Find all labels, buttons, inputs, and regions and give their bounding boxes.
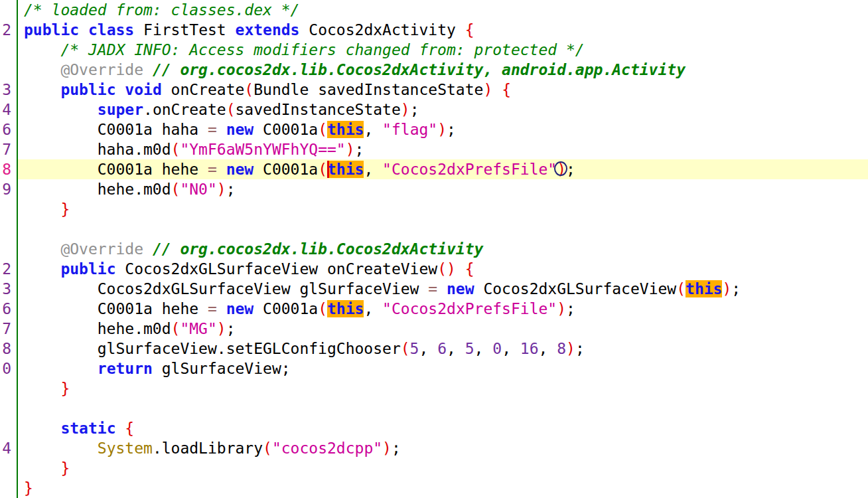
- code-token: [143, 240, 153, 258]
- code-token: ;: [355, 141, 364, 158]
- code-text[interactable]: @Override // org.cocos2dx.lib.Cocos2dxAc…: [18, 60, 868, 80]
- code-text[interactable]: super.onCreate(savedInstanceState);: [18, 100, 868, 120]
- code-editor[interactable]: /* loaded from: classes.dex */2public cl…: [0, 0, 868, 498]
- code-token: (: [318, 300, 327, 317]
- code-token: .loadLibrary: [153, 440, 263, 457]
- code-line[interactable]: 4 System.loadLibrary("cocos2dcpp");: [0, 438, 868, 458]
- code-token: [217, 121, 226, 138]
- code-text[interactable]: System.loadLibrary("cocos2dcpp");: [18, 438, 868, 458]
- code-line[interactable]: /* JADX INFO: Access modifiers changed f…: [0, 40, 868, 60]
- code-text[interactable]: static {: [18, 418, 868, 438]
- code-token: [24, 41, 60, 58]
- code-token: (: [676, 280, 686, 297]
- line-number: 7: [0, 319, 18, 339]
- code-line[interactable]: 2 public Cocos2dxGLSurfaceView onCreateV…: [0, 259, 868, 279]
- code-token: ;: [575, 340, 585, 357]
- code-line[interactable]: 6 C0001a haha = new C0001a(this, "flag")…: [0, 120, 868, 139]
- line-number: 0: [0, 359, 18, 378]
- code-text[interactable]: /* JADX INFO: Access modifiers changed f…: [18, 40, 868, 60]
- code-line[interactable]: }: [0, 478, 868, 498]
- code-text[interactable]: hehe.m0d("MG");: [18, 319, 868, 339]
- code-text[interactable]: }: [18, 458, 868, 478]
- code-token: 8: [557, 340, 566, 357]
- code-line[interactable]: 2public class FirstTest extends Cocos2dx…: [0, 20, 868, 40]
- code-line[interactable]: static {: [0, 418, 868, 438]
- code-token: ,: [419, 340, 437, 357]
- code-line[interactable]: 7 hehe.m0d("MG");: [0, 319, 868, 339]
- code-line[interactable]: 3 public void onCreate(Bundle savedInsta…: [0, 80, 868, 100]
- code-line[interactable]: 4 super.onCreate(savedInstanceState);: [0, 100, 868, 120]
- code-line[interactable]: }: [0, 199, 868, 219]
- code-text[interactable]: hehe.m0d("N0");: [18, 179, 868, 199]
- code-token: C0001a hehe: [24, 300, 208, 317]
- code-token: ,: [539, 340, 557, 357]
- code-line[interactable]: }: [0, 378, 868, 398]
- code-token: ,: [364, 161, 382, 178]
- code-text[interactable]: @Override // org.cocos2dx.lib.Cocos2dxAc…: [18, 239, 868, 259]
- code-text[interactable]: C0001a haha = new C0001a(this, "flag");: [18, 120, 868, 139]
- code-line[interactable]: 8 glSurfaceView.setEGLConfigChooser(5, 6…: [0, 339, 868, 359]
- code-token: {: [465, 21, 474, 39]
- code-token: C0001a: [253, 121, 318, 138]
- code-text[interactable]: [18, 219, 868, 239]
- code-token: ;: [226, 181, 236, 198]
- code-token: haha.m0d: [24, 141, 171, 158]
- code-text[interactable]: }: [18, 378, 868, 398]
- code-token: [24, 360, 98, 377]
- code-token: [24, 101, 98, 118]
- code-token: [492, 81, 502, 98]
- code-token: (: [318, 121, 327, 138]
- code-token: (): [437, 260, 456, 278]
- code-text[interactable]: C0001a hehe = new C0001a(this, "Cocos2dx…: [18, 299, 868, 319]
- code-token: [24, 420, 60, 437]
- code-token: ): [437, 121, 447, 138]
- code-token: }: [24, 479, 33, 497]
- code-token: ): [382, 440, 392, 457]
- code-line[interactable]: 7 haha.m0d("YmF6aW5nYWFhYQ==");: [0, 139, 868, 159]
- code-text[interactable]: public class FirstTest extends Cocos2dxA…: [18, 20, 868, 40]
- code-line[interactable]: @Override // org.cocos2dx.lib.Cocos2dxAc…: [0, 239, 868, 259]
- code-token: ): [217, 320, 226, 337]
- code-line[interactable]: 6 C0001a hehe = new C0001a(this, "Cocos2…: [0, 299, 868, 319]
- code-token: [24, 201, 60, 218]
- code-token: =: [208, 161, 217, 178]
- code-text[interactable]: haha.m0d("YmF6aW5nYWFhYQ==");: [18, 139, 868, 159]
- code-line[interactable]: 9 hehe.m0d("N0");: [0, 179, 868, 199]
- code-text[interactable]: }: [18, 478, 868, 498]
- code-text[interactable]: C0001a hehe = new C0001a(this, "Cocos2dx…: [18, 159, 868, 179]
- code-token: Cocos2dxActivity: [299, 21, 465, 39]
- code-text[interactable]: Cocos2dxGLSurfaceView glSurfaceView = ne…: [18, 279, 868, 299]
- code-line-current[interactable]: 8 C0001a hehe = new C0001a(this, "Cocos2…: [0, 159, 868, 179]
- code-text[interactable]: [18, 398, 868, 418]
- code-token: ;: [410, 101, 419, 118]
- code-token: {: [125, 420, 134, 437]
- code-line[interactable]: }: [0, 458, 868, 478]
- line-number: 8: [0, 159, 18, 179]
- line-number: 9: [0, 179, 18, 199]
- code-text[interactable]: }: [18, 199, 868, 219]
- code-token: extends: [236, 21, 300, 39]
- code-line[interactable]: 0 return glSurfaceView;: [0, 359, 868, 378]
- code-token: ): [483, 81, 492, 98]
- code-text[interactable]: glSurfaceView.setEGLConfigChooser(5, 6, …: [18, 339, 868, 359]
- code-token: [456, 260, 465, 278]
- code-token: ;: [566, 161, 575, 178]
- code-line[interactable]: [0, 219, 868, 239]
- code-text[interactable]: /* loaded from: classes.dex */: [18, 0, 868, 20]
- code-text[interactable]: public Cocos2dxGLSurfaceView onCreateVie…: [18, 259, 868, 279]
- code-token: ): [346, 141, 355, 158]
- code-text[interactable]: public void onCreate(Bundle savedInstanc…: [18, 80, 868, 100]
- code-line[interactable]: @Override // org.cocos2dx.lib.Cocos2dxAc…: [0, 60, 868, 80]
- code-token: Cocos2dxGLSurfaceView: [474, 280, 677, 297]
- line-number: [0, 0, 18, 20]
- code-token: [79, 21, 88, 39]
- code-token: =: [428, 280, 437, 297]
- code-token: glSurfaceView;: [153, 360, 291, 377]
- highlighted-this-token: this: [327, 300, 364, 317]
- code-text[interactable]: return glSurfaceView;: [18, 359, 868, 378]
- code-token: "Cocos2dxPrefsFile": [382, 300, 557, 317]
- code-token: =: [208, 300, 217, 317]
- code-line[interactable]: [0, 398, 868, 418]
- code-line[interactable]: /* loaded from: classes.dex */: [0, 0, 868, 20]
- code-line[interactable]: 3 Cocos2dxGLSurfaceView glSurfaceView = …: [0, 279, 868, 299]
